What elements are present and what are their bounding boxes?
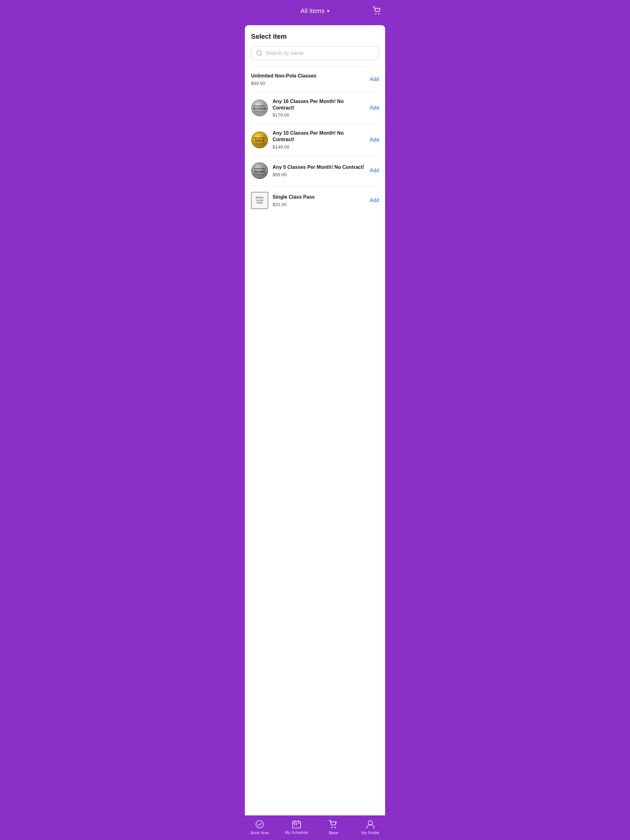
svg-text:GUARANTEED: GUARANTEED [253,174,266,175]
nav-item-my-schedule[interactable]: My Schedule [278,815,315,840]
svg-point-18 [256,821,263,828]
bottom-nav: Book Now My Schedule Store [241,815,389,840]
svg-rect-21 [296,824,297,825]
app-header: All items ▾ [241,0,389,22]
list-item: SINGLE CLASS PASS Single Class Pass $32.… [251,186,379,215]
svg-point-0 [375,13,377,14]
add-button-single-class[interactable]: Add [370,196,379,205]
nav-item-book-now[interactable]: Book Now [241,815,278,840]
add-button-platinum[interactable]: Add [370,104,379,112]
item-name: Any 5 Classes Per Month! No Contract! [272,164,366,171]
svg-rect-20 [294,824,295,825]
item-name: Any 10 Classes Per Month! No Contract! [272,130,366,143]
item-name: Unlimited Non-Pole Classes [251,73,366,79]
add-button-unlimited-non-pole[interactable]: Add [370,75,379,84]
list-item: DIAMOND SILVER GUARANTEED Any 5 Classes … [251,156,379,186]
item-name: Any 16 Classes Per Month! No Contract! [272,98,366,111]
silver-badge: DIAMOND SILVER GUARANTEED [251,162,268,179]
svg-point-23 [334,826,336,828]
nav-item-my-profile[interactable]: My Profile [352,815,389,840]
check-circle-icon [255,820,264,829]
item-price: $32.00 [272,202,366,207]
header-title-wrapper[interactable]: All items ▾ [301,7,329,14]
cart-button[interactable] [373,6,383,15]
item-price: $179.00 [272,112,366,117]
svg-text:PLATINUM: PLATINUM [253,107,266,110]
nav-label-my-schedule: My Schedule [285,830,308,835]
store-cart-icon [329,820,338,829]
list-item: DIAMOND GOLD GUARANTEED Any 10 Classes P… [251,124,379,156]
svg-text:GOLD: GOLD [255,139,264,142]
search-input[interactable] [266,50,374,56]
svg-point-22 [331,826,332,828]
search-wrapper [251,46,379,60]
svg-text:SILVER: SILVER [255,170,265,173]
item-price: $99.00 [251,81,366,86]
cart-icon [373,6,383,15]
item-info: Any 16 Classes Per Month! No Contract! $… [272,98,366,118]
item-price: $99.00 [272,172,366,177]
nav-label-store: Store [329,831,338,835]
platinum-badge: DIAMOND PLATINUM GUARANTEED [251,99,268,117]
person-icon [366,820,374,829]
item-info: Single Class Pass $32.00 [272,194,366,207]
header-title: All items [301,7,324,14]
svg-point-1 [378,13,380,14]
gold-badge: DIAMOND GOLD GUARANTEED [251,131,268,148]
single-class-badge: SINGLE CLASS PASS [251,192,268,209]
select-item-title: Select item [251,33,379,41]
nav-item-store[interactable]: Store [315,815,352,840]
nav-label-book-now: Book Now [250,831,269,835]
item-name: Single Class Pass [272,194,366,201]
item-list: Unlimited Non-Pole Classes $99.00 Add [251,67,379,215]
chevron-down-icon: ▾ [327,8,329,14]
nav-label-my-profile: My Profile [361,831,379,835]
calendar-icon [292,820,301,828]
svg-text:GUARANTEED: GUARANTEED [253,143,266,145]
item-info: Any 10 Classes Per Month! No Contract! $… [272,130,366,149]
item-price: $149.00 [272,144,366,149]
svg-point-24 [368,821,372,825]
list-item: DIAMOND PLATINUM GUARANTEED Any 16 Class… [251,92,379,124]
list-item: Unlimited Non-Pole Classes $99.00 Add [251,67,379,92]
svg-text:GUARANTEED: GUARANTEED [253,111,266,112]
search-icon [256,50,263,56]
add-button-gold[interactable]: Add [370,136,379,144]
item-info: Any 5 Classes Per Month! No Contract! $9… [272,164,366,177]
content-area: Select item Unlimited Non-Pole Classes $… [241,22,389,815]
item-info: Unlimited Non-Pole Classes $99.00 [251,73,366,86]
main-content: Select item Unlimited Non-Pole Classes $… [245,25,385,815]
add-button-silver[interactable]: Add [370,166,379,175]
